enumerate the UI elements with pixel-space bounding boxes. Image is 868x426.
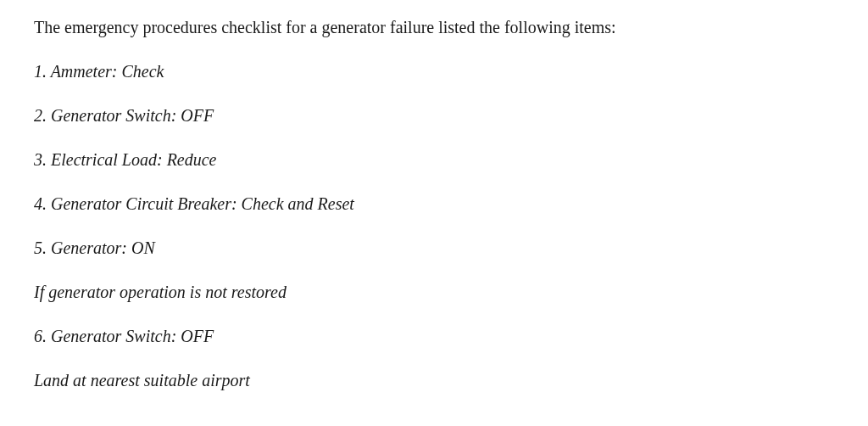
checklist-item: 6. Generator Switch: OFF — [34, 324, 834, 348]
document-page: The emergency procedures checklist for a… — [0, 0, 868, 392]
intro-text: The emergency procedures checklist for a… — [34, 15, 834, 39]
checklist-item: 1. Ammeter: Check — [34, 59, 834, 83]
checklist-item: 5. Generator: ON — [34, 236, 834, 260]
checklist-item: 4. Generator Circuit Breaker: Check and … — [34, 192, 834, 216]
condition-note: If generator operation is not restored — [34, 280, 834, 304]
checklist-item: 2. Generator Switch: OFF — [34, 104, 834, 127]
checklist-item: 3. Electrical Load: Reduce — [34, 148, 834, 171]
final-note: Land at nearest suitable airport — [34, 368, 834, 392]
